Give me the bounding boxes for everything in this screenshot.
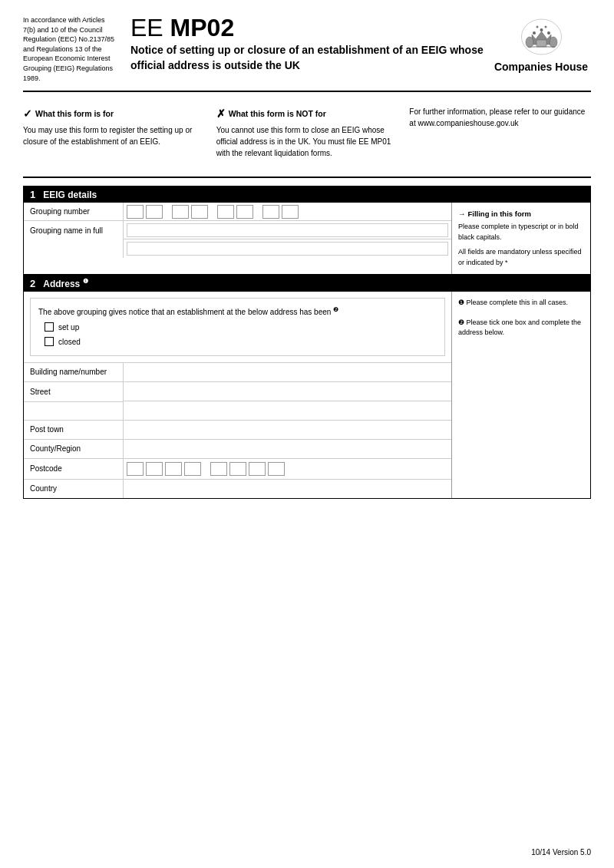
svg-point-7 [544,25,546,28]
country-input[interactable] [127,481,448,497]
seg-box-7[interactable] [262,205,279,219]
section2-title: Address ❶ [43,278,87,289]
what-not-for-title: ✗ What this form is NOT for [216,106,398,122]
what-not-for-col: ✗ What this form is NOT for You cannot u… [216,106,410,159]
section2-sidebar: ❶ Please complete this in all cases. ❷ P… [452,292,590,497]
info-section: ✓ What this form is for You may use this… [23,100,591,165]
section1-sidebar: → Filling in this form Please complete i… [452,203,590,274]
building-input[interactable] [127,365,448,380]
post-seg-1[interactable] [127,462,144,476]
setup-checkbox[interactable] [45,322,54,332]
title-block: EE MP02 Notice of setting up or closure … [130,15,484,73]
post-town-field [124,421,451,439]
county-input[interactable] [127,441,448,457]
logo-text: Companies House [494,61,588,73]
notice-note: ❷ [333,305,338,313]
closed-checkbox[interactable] [45,337,54,346]
street-input-2[interactable] [127,403,448,418]
seg-box-5[interactable] [217,205,234,219]
building-label: Building name/number [24,363,124,381]
svg-point-6 [536,25,538,28]
grouping-number-row: Grouping number [24,203,451,221]
post-seg-2[interactable] [146,462,163,476]
setup-row: set up [45,322,437,333]
grouping-name-input-2[interactable] [127,242,448,256]
country-field [124,480,451,498]
post-seg-7[interactable] [249,462,266,476]
sidebar-arrow-label: → Filling in this form [458,209,584,219]
svg-point-3 [533,31,536,35]
seg-box-4[interactable] [191,205,208,219]
seg-box-1[interactable] [127,205,144,219]
street-label: Street [24,382,124,401]
section1-block: 1 EEIG details Grouping number [23,186,591,275]
post-seg-6[interactable] [229,462,246,476]
what-for-title: ✓ What this form is for [23,106,205,122]
logo-crest [518,15,564,58]
form-code-mp: MP02 [170,14,235,41]
post-town-label: Post town [24,421,124,439]
further-info-col: For further information, please refer to… [409,106,591,159]
post-seg-5[interactable] [210,462,227,476]
page-footer: 10/14 Version 5.0 [531,848,591,856]
section2-form-main: The above grouping gives notice that an … [24,292,452,497]
section1-content: Grouping number [24,203,590,274]
version-text: 10/14 Version 5.0 [531,848,591,856]
companies-house-logo: Companies House [491,15,591,73]
section2-number: 2 [30,278,35,289]
seg-box-2[interactable] [146,205,163,219]
section2-title-note: ❶ [83,278,88,285]
grouping-name-row: Grouping name in full [24,221,451,258]
post-town-row: Post town [24,420,451,439]
post-town-input[interactable] [127,422,448,437]
closed-label: closed [58,336,81,348]
header: In accordance with Articles 7(b) and 10 … [23,15,591,83]
seg-box-6[interactable] [236,205,253,219]
section2-block: 2 Address ❶ The above grouping gives not… [23,275,591,498]
grouping-number-label: Grouping number [24,203,124,220]
grouping-name-input-1[interactable] [127,223,448,237]
county-row: County/Region [24,439,451,458]
section2-header: 2 Address ❶ [24,276,590,292]
what-for-col: ✓ What this form is for You may use this… [23,106,216,159]
page: In accordance with Articles 7(b) and 10 … [0,0,614,868]
arrow-icon: → [458,209,466,219]
header-divider [23,91,591,92]
sidebar-note1: ❶ Please complete this in all cases. [452,292,590,312]
form-subtitle: Notice of setting up or closure of an es… [130,43,484,73]
section2-content: The above grouping gives notice that an … [24,292,590,497]
crest-svg [520,18,563,56]
post-seg-4[interactable] [184,462,201,476]
country-row: Country [24,479,451,498]
grouping-number-input [127,205,299,219]
section1-title: EEIG details [43,190,97,200]
street-field-1 [124,382,451,401]
form-code-ee: EE [130,14,163,41]
seg-box-3[interactable] [172,205,189,219]
post-seg-3[interactable] [165,462,182,476]
notice-text: The above grouping gives notice that an … [38,305,437,318]
what-not-for-body: You cannot use this form to close an EEI… [216,124,398,159]
section1-form-main: Grouping number [24,203,452,274]
building-field [124,363,451,381]
svg-point-9 [550,37,557,48]
notice-box: The above grouping gives notice that an … [30,298,445,355]
county-field [124,440,451,458]
post-seg-8[interactable] [268,462,285,476]
postcode-field [124,459,451,479]
legal-text: In accordance with Articles 7(b) and 10 … [23,15,115,83]
sidebar-note2: ❷ Please tick one box and complete the a… [452,312,590,342]
street-row: Street [24,381,451,420]
svg-rect-2 [536,40,546,47]
grouping-name-field-1 [124,221,451,239]
street-input-1[interactable] [127,384,448,399]
street-field-2 [124,401,451,420]
seg-box-8[interactable] [282,205,299,219]
setup-label: set up [58,322,79,333]
sidebar-body1: Please complete in typescript or in bold… [458,222,584,243]
svg-point-4 [547,31,550,35]
section-divider [23,177,591,178]
svg-point-5 [540,28,543,31]
cross-icon: ✗ [216,106,226,122]
what-for-body: You may use this form to register the se… [23,124,205,147]
